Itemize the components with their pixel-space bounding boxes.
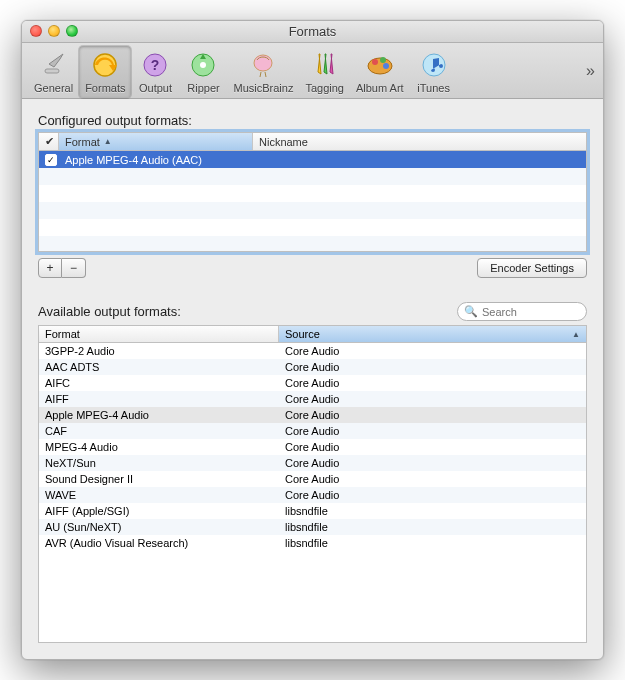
configured-header: ✔ Format ▲ Nickname	[39, 133, 586, 151]
available-format: Sound Designer II	[39, 473, 279, 485]
zoom-icon[interactable]	[66, 25, 78, 37]
toolbar: GeneralFormats?OutputRipperMusicBrainzTa…	[22, 43, 603, 99]
available-source: Core Audio	[279, 441, 586, 453]
available-format: AIFF (Apple/SGI)	[39, 505, 279, 517]
encoder-settings-button[interactable]: Encoder Settings	[477, 258, 587, 278]
close-icon[interactable]	[30, 25, 42, 37]
available-format: NeXT/Sun	[39, 457, 279, 469]
available-row[interactable]: AIFCCore Audio	[39, 375, 586, 391]
av-col-format[interactable]: Format	[39, 326, 279, 342]
toolbar-item-formats[interactable]: Formats	[79, 46, 131, 98]
remove-button[interactable]: −	[62, 258, 86, 278]
available-header-row: Available output formats: 🔍	[38, 302, 587, 321]
available-row[interactable]: Apple MPEG-4 AudioCore Audio	[39, 407, 586, 423]
available-row[interactable]: CAFCore Audio	[39, 423, 586, 439]
toolbar-item-albumart[interactable]: Album Art	[350, 46, 410, 98]
minimize-icon[interactable]	[48, 25, 60, 37]
albumart-icon	[364, 49, 396, 81]
available-row[interactable]: Sound Designer IICore Audio	[39, 471, 586, 487]
available-header: Format Source ▲	[39, 326, 586, 343]
svg-point-5	[200, 62, 206, 68]
available-source: Core Audio	[279, 473, 586, 485]
toolbar-item-label: General	[34, 82, 73, 94]
available-row[interactable]: AIFFCore Audio	[39, 391, 586, 407]
itunes-icon	[418, 49, 450, 81]
toolbar-item-label: iTunes	[417, 82, 450, 94]
svg-point-9	[380, 57, 386, 63]
available-format: CAF	[39, 425, 279, 437]
search-field[interactable]: 🔍	[457, 302, 587, 321]
tagging-icon	[309, 49, 341, 81]
configured-row-empty	[39, 168, 586, 185]
available-format: AVR (Audio Visual Research)	[39, 537, 279, 549]
available-source: Core Audio	[279, 361, 586, 373]
search-input[interactable]	[482, 306, 580, 318]
chevron-more-icon[interactable]: »	[586, 62, 595, 80]
toolbar-item-output[interactable]: ?Output	[131, 46, 179, 98]
configured-buttons: + − Encoder Settings	[38, 258, 587, 278]
available-format: AIFF	[39, 393, 279, 405]
row-checkbox[interactable]: ✓	[39, 153, 59, 166]
window-title: Formats	[22, 24, 603, 39]
available-row[interactable]: NeXT/SunCore Audio	[39, 455, 586, 471]
available-label: Available output formats:	[38, 304, 181, 319]
toolbar-item-label: MusicBrainz	[233, 82, 293, 94]
toolbar-item-tagging[interactable]: Tagging	[299, 46, 350, 98]
search-icon: 🔍	[464, 305, 478, 318]
configured-row-empty	[39, 236, 586, 252]
available-format: AU (Sun/NeXT)	[39, 521, 279, 533]
toolbar-item-label: Output	[139, 82, 172, 94]
window: Formats GeneralFormats?OutputRipperMusic…	[21, 20, 604, 660]
available-source: Core Audio	[279, 425, 586, 437]
svg-point-8	[372, 59, 378, 65]
available-row[interactable]: AVR (Audio Visual Research)libsndfile	[39, 535, 586, 551]
row-format: Apple MPEG-4 Audio (AAC)	[59, 154, 253, 166]
sort-asc-icon: ▲	[572, 330, 580, 339]
available-source: Core Audio	[279, 377, 586, 389]
available-row[interactable]: AAC ADTSCore Audio	[39, 359, 586, 375]
av-col-source[interactable]: Source ▲	[279, 326, 586, 342]
toolbar-item-label: Formats	[85, 82, 125, 94]
col-format-label: Format	[65, 136, 100, 148]
musicbrainz-icon	[247, 49, 279, 81]
available-source: Core Audio	[279, 489, 586, 501]
svg-text:?: ?	[151, 57, 160, 73]
toolbar-item-label: Tagging	[305, 82, 344, 94]
configured-row-empty	[39, 185, 586, 202]
configured-table[interactable]: ✔ Format ▲ Nickname ✓Apple MPEG-4 Audio …	[38, 132, 587, 252]
available-source: libsndfile	[279, 521, 586, 533]
content: Configured output formats: ✔ Format ▲ Ni…	[22, 99, 603, 659]
available-source: libsndfile	[279, 537, 586, 549]
available-format: Apple MPEG-4 Audio	[39, 409, 279, 421]
toolbar-item-itunes[interactable]: iTunes	[410, 46, 458, 98]
col-check[interactable]: ✔	[39, 133, 59, 150]
available-row[interactable]: AIFF (Apple/SGI)libsndfile	[39, 503, 586, 519]
toolbar-item-ripper[interactable]: Ripper	[179, 46, 227, 98]
available-row[interactable]: MPEG-4 AudioCore Audio	[39, 439, 586, 455]
general-icon	[38, 49, 70, 81]
col-format[interactable]: Format ▲	[59, 133, 253, 150]
ripper-icon	[187, 49, 219, 81]
configured-label: Configured output formats:	[38, 113, 587, 128]
configured-row-empty	[39, 219, 586, 236]
available-row[interactable]: AU (Sun/NeXT)libsndfile	[39, 519, 586, 535]
output-icon: ?	[139, 49, 171, 81]
available-source: Core Audio	[279, 393, 586, 405]
available-table[interactable]: Format Source ▲ 3GPP-2 AudioCore AudioAA…	[38, 325, 587, 643]
available-row[interactable]: 3GPP-2 AudioCore Audio	[39, 343, 586, 359]
available-source: Core Audio	[279, 345, 586, 357]
configured-row-empty	[39, 202, 586, 219]
toolbar-item-general[interactable]: General	[28, 46, 79, 98]
col-nickname[interactable]: Nickname	[253, 133, 586, 150]
available-format: AAC ADTS	[39, 361, 279, 373]
available-source: Core Audio	[279, 409, 586, 421]
traffic-lights	[30, 25, 78, 37]
available-source: Core Audio	[279, 457, 586, 469]
av-col-source-label: Source	[285, 328, 320, 340]
configured-row[interactable]: ✓Apple MPEG-4 Audio (AAC)	[39, 151, 586, 168]
toolbar-item-musicbrainz[interactable]: MusicBrainz	[227, 46, 299, 98]
available-row[interactable]: WAVECore Audio	[39, 487, 586, 503]
add-button[interactable]: +	[38, 258, 62, 278]
sort-asc-icon: ▲	[104, 137, 112, 146]
toolbar-item-label: Ripper	[187, 82, 219, 94]
